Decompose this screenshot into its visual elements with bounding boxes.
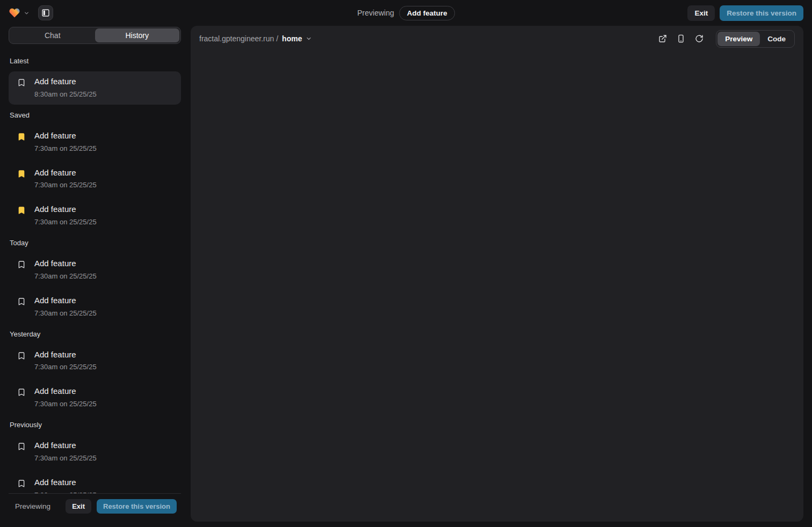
preview-browser-bar: fractal.gptengineer.run / home — [191, 26, 803, 52]
history-item-text: Add feature 7:30am on 25/25/25 — [34, 386, 97, 408]
version-badge[interactable]: Add feature — [400, 6, 455, 20]
previewing-label: Previewing — [357, 9, 394, 17]
history-item-text: Add feature 7:30am on 25/25/25 — [34, 168, 97, 189]
sidebar-tabs: Chat History — [9, 27, 181, 44]
tab-chat[interactable]: Chat — [10, 28, 95, 42]
toggle-code[interactable]: Code — [760, 32, 793, 46]
section-previously: Previously Add feature 7:30am on 25/25/2… — [9, 421, 181, 493]
external-link-icon — [658, 34, 667, 43]
preview-panel: fractal.gptengineer.run / home — [191, 26, 803, 522]
footer-exit-button[interactable]: Exit — [66, 499, 91, 514]
restore-version-button[interactable]: Restore this version — [720, 5, 803, 21]
history-item-text: Add feature 7:30am on 25/25/25 — [34, 204, 97, 226]
topbar-center-group: Previewing Add feature — [357, 0, 455, 26]
history-item-title: Add feature — [34, 168, 97, 178]
history-item-timestamp: 7:30am on 25/25/25 — [34, 309, 97, 317]
section-latest: Latest Add feature 8:30am on 25/25/25 — [9, 57, 181, 105]
history-item-text: Add feature 7:30am on 25/25/25 — [34, 296, 97, 317]
history-item-text: Add feature 7:30am on 25/25/25 — [34, 350, 97, 371]
footer-previewing-label: Previewing — [15, 502, 50, 510]
footer-restore-version-button[interactable]: Restore this version — [97, 499, 177, 514]
history-item-text: Add feature 7:30am on 25/25/25 — [34, 131, 97, 152]
bookmark-outline-icon — [17, 352, 26, 360]
url-selector[interactable]: fractal.gptengineer.run / home — [199, 34, 312, 43]
history-item-title: Add feature — [34, 296, 97, 306]
history-item-timestamp: 7:30am on 25/25/25 — [34, 218, 97, 226]
history-item-title: Add feature — [34, 441, 97, 451]
history-item-timestamp: 8:30am on 25/25/25 — [34, 90, 97, 98]
bookmark-outline-icon — [17, 479, 26, 488]
history-item-title: Add feature — [34, 478, 97, 488]
bookmark-filled-icon — [17, 133, 26, 141]
history-item-title: Add feature — [34, 386, 97, 397]
browser-bar-actions: Preview Code — [655, 30, 795, 48]
history-item[interactable]: Add feature 7:30am on 25/25/25 — [9, 345, 181, 378]
bookmark-filled-icon — [17, 170, 26, 178]
history-item[interactable]: Add feature 7:30am on 25/25/25 — [9, 290, 181, 324]
refresh-icon — [695, 34, 704, 43]
bookmark-outline-icon — [17, 442, 26, 451]
section-saved: Saved Add feature 7:30am on 25/25/25 Add… — [9, 111, 181, 232]
topbar-left-group — [9, 5, 53, 20]
bookmark-outline-icon — [17, 260, 26, 269]
history-item[interactable]: Add feature 7:30am on 25/25/25 — [9, 163, 181, 196]
section-today: Today Add feature 7:30am on 25/25/25 Add… — [9, 239, 181, 324]
exit-button[interactable]: Exit — [687, 5, 715, 21]
bookmark-outline-icon — [17, 78, 26, 87]
history-list: Latest Add feature 8:30am on 25/25/25 Sa… — [9, 44, 181, 493]
history-item-title: Add feature — [34, 131, 97, 141]
url-host: fractal.gptengineer.run / — [199, 34, 278, 43]
section-title: Saved — [10, 111, 181, 119]
history-item-timestamp: 7:30am on 25/25/25 — [34, 144, 97, 152]
history-item[interactable]: Add feature 7:30am on 25/25/25 — [9, 472, 181, 493]
toggle-preview[interactable]: Preview — [717, 32, 760, 46]
bookmark-outline-icon — [17, 297, 26, 306]
refresh-button[interactable] — [691, 31, 707, 47]
history-item[interactable]: Add feature 8:30am on 25/25/25 — [9, 71, 181, 105]
mobile-view-button[interactable] — [673, 31, 689, 47]
history-item-title: Add feature — [34, 350, 97, 360]
section-title: Latest — [10, 57, 181, 65]
bookmark-filled-icon — [17, 206, 26, 215]
url-chevron-down-icon — [306, 35, 312, 42]
open-external-button[interactable] — [655, 31, 671, 47]
history-item-text: Add feature 7:30am on 25/25/25 — [34, 478, 97, 493]
top-bar: Previewing Add feature Exit Restore this… — [0, 0, 812, 26]
tab-history[interactable]: History — [95, 28, 180, 42]
history-item-title: Add feature — [34, 259, 97, 269]
section-title: Yesterday — [10, 330, 181, 338]
history-item[interactable]: Add feature 7:30am on 25/25/25 — [9, 435, 181, 469]
preview-viewport[interactable] — [191, 52, 803, 522]
history-item[interactable]: Add feature 7:30am on 25/25/25 — [9, 199, 181, 232]
sidebar-toggle-button[interactable] — [38, 5, 53, 20]
history-item[interactable]: Add feature 7:30am on 25/25/25 — [9, 126, 181, 159]
preview-code-toggle: Preview Code — [716, 30, 795, 48]
history-item-timestamp: 7:30am on 25/25/25 — [34, 454, 97, 462]
history-sidebar: Chat History Latest Add feature 8:30am o… — [9, 27, 181, 519]
topbar-right-group: Exit Restore this version — [687, 5, 803, 21]
history-item-timestamp: 7:30am on 25/25/25 — [34, 363, 97, 371]
history-item-text: Add feature 7:30am on 25/25/25 — [34, 441, 97, 462]
lovable-heart-logo-icon[interactable] — [9, 7, 20, 19]
history-item[interactable]: Add feature 7:30am on 25/25/25 — [9, 381, 181, 414]
section-yesterday: Yesterday Add feature 7:30am on 25/25/25… — [9, 330, 181, 415]
history-item-text: Add feature 7:30am on 25/25/25 — [34, 259, 97, 280]
section-title: Previously — [10, 421, 181, 429]
history-item-title: Add feature — [34, 77, 97, 87]
bookmark-outline-icon — [17, 388, 26, 397]
sidebar-footer: Previewing Exit Restore this version — [9, 493, 181, 519]
smartphone-icon — [677, 34, 685, 43]
url-page: home — [282, 34, 302, 43]
panel-left-icon — [41, 9, 50, 17]
history-item-text: Add feature 8:30am on 25/25/25 — [34, 77, 97, 98]
history-item[interactable]: Add feature 7:30am on 25/25/25 — [9, 253, 181, 287]
section-title: Today — [10, 239, 181, 247]
history-item-timestamp: 7:30am on 25/25/25 — [34, 400, 97, 408]
history-item-timestamp: 7:30am on 25/25/25 — [34, 181, 97, 189]
history-item-timestamp: 7:30am on 25/25/25 — [34, 272, 97, 280]
logo-chevron-down-icon[interactable] — [24, 10, 30, 16]
history-item-title: Add feature — [34, 204, 97, 215]
